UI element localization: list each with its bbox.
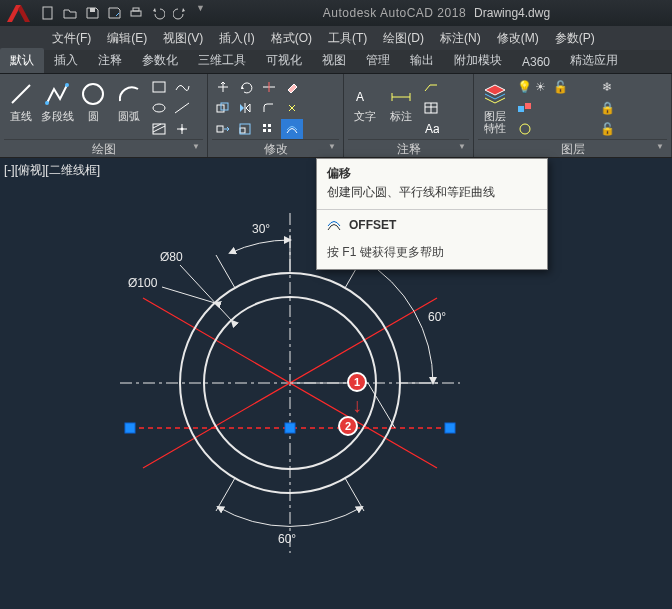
qat-dropdown-icon[interactable]: ▼ bbox=[196, 3, 205, 23]
svg-line-58 bbox=[345, 478, 364, 511]
xline-icon[interactable] bbox=[171, 98, 193, 118]
tab-view[interactable]: 视图 bbox=[312, 48, 356, 73]
drawing-canvas[interactable]: [-][俯视][二维线框] 30° bbox=[0, 158, 672, 609]
annot-grid: Aa bbox=[420, 77, 442, 139]
svg-point-6 bbox=[65, 83, 69, 87]
panel-annot-label[interactable]: 注释▼ bbox=[348, 139, 469, 155]
tab-output[interactable]: 输出 bbox=[400, 48, 444, 73]
layer-state-1[interactable]: 💡☀🔓 bbox=[514, 77, 594, 97]
lock-icon: 🔓 bbox=[553, 80, 569, 94]
svg-rect-48 bbox=[445, 423, 455, 433]
svg-rect-47 bbox=[285, 423, 295, 433]
tab-manage[interactable]: 管理 bbox=[356, 48, 400, 73]
panel-modify: 修改▼ bbox=[208, 74, 344, 157]
qat-redo-icon[interactable] bbox=[170, 3, 190, 23]
arc-button[interactable]: 圆弧 bbox=[112, 77, 146, 139]
explode-icon[interactable] bbox=[281, 98, 303, 118]
tab-addins[interactable]: 附加模块 bbox=[444, 48, 512, 73]
menu-draw[interactable]: 绘图(D) bbox=[375, 27, 432, 50]
layer-props-button[interactable]: 图层 特性 bbox=[478, 77, 512, 139]
tab-3dtools[interactable]: 三维工具 bbox=[188, 48, 256, 73]
menu-file[interactable]: 文件(F) bbox=[44, 27, 99, 50]
layer-match[interactable] bbox=[514, 98, 594, 118]
menu-tools[interactable]: 工具(T) bbox=[320, 27, 375, 50]
panel-annot: A 文字 标注 Aa 注释▼ bbox=[344, 74, 474, 157]
line-button[interactable]: 直线 bbox=[4, 77, 38, 139]
fillet-icon[interactable] bbox=[258, 98, 280, 118]
svg-rect-46 bbox=[125, 423, 135, 433]
qat-save-icon[interactable] bbox=[82, 3, 102, 23]
ellipse-icon[interactable] bbox=[148, 98, 170, 118]
file-name: Drawing4.dwg bbox=[474, 6, 550, 20]
layer-freeze-icon[interactable]: ❄ bbox=[596, 77, 618, 97]
tab-insert[interactable]: 插入 bbox=[44, 48, 88, 73]
svg-text:Aa: Aa bbox=[425, 122, 439, 136]
svg-line-11 bbox=[153, 124, 161, 128]
leader-icon[interactable] bbox=[420, 77, 442, 97]
hatch-icon[interactable] bbox=[148, 119, 170, 139]
qat-saveas-icon[interactable] bbox=[104, 3, 124, 23]
svg-rect-2 bbox=[131, 11, 141, 16]
menu-insert[interactable]: 插入(I) bbox=[211, 27, 262, 50]
mtext-icon[interactable]: Aa bbox=[420, 119, 442, 139]
svg-rect-37 bbox=[525, 103, 531, 109]
layer-off-icon[interactable]: 🔒 bbox=[596, 98, 618, 118]
polyline-button[interactable]: 多段线 bbox=[40, 77, 74, 139]
dim-button[interactable]: 标注 bbox=[384, 77, 418, 139]
menu-dim[interactable]: 标注(N) bbox=[432, 27, 489, 50]
panel-modify-label[interactable]: 修改▼ bbox=[212, 139, 339, 155]
arc-icon bbox=[115, 80, 143, 108]
array-icon[interactable] bbox=[258, 119, 280, 139]
tab-default[interactable]: 默认 bbox=[0, 48, 44, 73]
svg-rect-8 bbox=[153, 82, 165, 92]
layer-on-icon[interactable]: 🔓 bbox=[596, 119, 618, 139]
dim-30: 30° bbox=[252, 222, 270, 236]
qat-new-icon[interactable] bbox=[38, 3, 58, 23]
svg-point-38 bbox=[520, 124, 530, 134]
move-icon[interactable] bbox=[212, 77, 234, 97]
tab-annotate[interactable]: 注释 bbox=[88, 48, 132, 73]
panel-draw-label[interactable]: 绘图▼ bbox=[4, 139, 203, 155]
layer-isolate[interactable] bbox=[514, 119, 594, 139]
copy-icon[interactable] bbox=[212, 98, 234, 118]
menu-edit[interactable]: 编辑(E) bbox=[99, 27, 155, 50]
qat-print-icon[interactable] bbox=[126, 3, 146, 23]
scale-icon[interactable] bbox=[235, 119, 257, 139]
panel-layer: 图层 特性 💡☀🔓 ❄ 🔒 🔓 图层▼ bbox=[474, 74, 672, 157]
menu-format[interactable]: 格式(O) bbox=[263, 27, 320, 50]
qat-undo-icon[interactable] bbox=[148, 3, 168, 23]
erase-icon[interactable] bbox=[281, 77, 303, 97]
menu-params[interactable]: 参数(P) bbox=[547, 27, 603, 50]
circle-button[interactable]: 圆 bbox=[76, 77, 110, 139]
tab-a360[interactable]: A360 bbox=[512, 51, 560, 73]
table-icon[interactable] bbox=[420, 98, 442, 118]
offset-icon[interactable] bbox=[281, 119, 303, 139]
tooltip-heading: 偏移 bbox=[317, 159, 547, 184]
panel-layer-label[interactable]: 图层▼ bbox=[478, 139, 667, 155]
stretch-icon[interactable] bbox=[212, 119, 234, 139]
rectangle-icon[interactable] bbox=[148, 77, 170, 97]
app-logo[interactable] bbox=[4, 2, 36, 24]
spline-icon[interactable] bbox=[171, 77, 193, 97]
svg-line-54 bbox=[216, 255, 235, 288]
trim-icon[interactable] bbox=[258, 77, 280, 97]
rotate-icon[interactable] bbox=[235, 77, 257, 97]
svg-point-7 bbox=[83, 84, 103, 104]
mirror-icon[interactable] bbox=[235, 98, 257, 118]
dim-d80: Ø80 bbox=[160, 250, 183, 264]
menu-modify[interactable]: 修改(M) bbox=[489, 27, 547, 50]
point-icon[interactable] bbox=[171, 119, 193, 139]
circle-icon bbox=[79, 80, 107, 108]
menu-view[interactable]: 视图(V) bbox=[155, 27, 211, 50]
tab-featured[interactable]: 精选应用 bbox=[560, 48, 628, 73]
qat-open-icon[interactable] bbox=[60, 3, 80, 23]
svg-rect-27 bbox=[268, 129, 271, 132]
tab-parametric[interactable]: 参数化 bbox=[132, 48, 188, 73]
svg-rect-1 bbox=[90, 8, 95, 12]
marker-1: 1 bbox=[347, 372, 367, 392]
tab-visualize[interactable]: 可视化 bbox=[256, 48, 312, 73]
text-button[interactable]: A 文字 bbox=[348, 77, 382, 139]
app-title: Autodesk AutoCAD 2018 bbox=[323, 6, 466, 20]
svg-line-52 bbox=[162, 287, 215, 303]
svg-rect-24 bbox=[263, 124, 266, 127]
